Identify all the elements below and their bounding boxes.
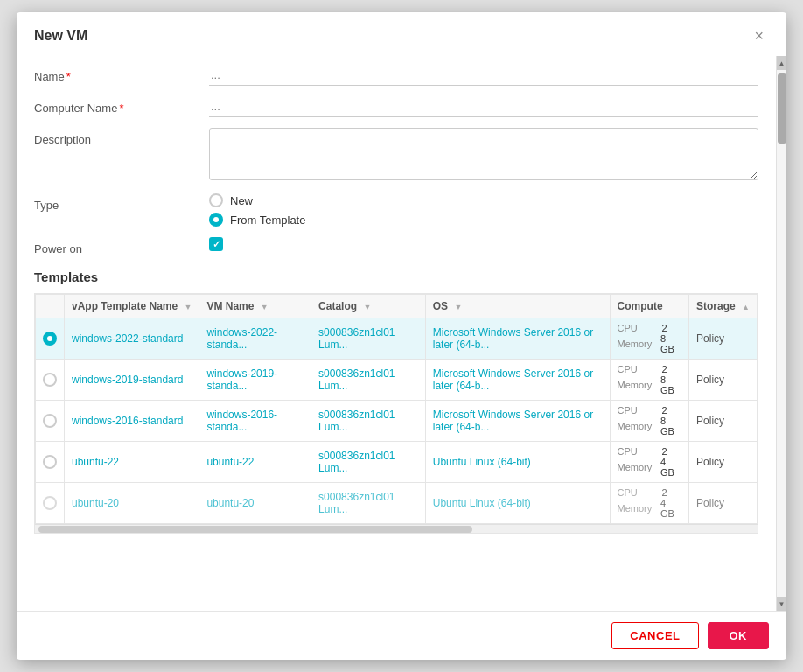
col-vm-name[interactable]: VM Name ▼ bbox=[199, 295, 311, 318]
scroll-thumb[interactable] bbox=[778, 74, 786, 144]
cpu-label: CPU bbox=[618, 364, 657, 374]
memory-value: 8 GB bbox=[660, 333, 681, 354]
dialog-title: New VM bbox=[34, 28, 87, 44]
memory-value: 8 GB bbox=[660, 416, 681, 437]
type-option-from-template[interactable]: From Template bbox=[209, 213, 758, 227]
row-vapp-template-name: ubuntu-22 bbox=[65, 442, 199, 483]
row-vapp-template-name: ubuntu-20 bbox=[65, 483, 199, 524]
os-link[interactable]: Ubuntu Linux (64-bit) bbox=[433, 497, 531, 509]
sort-icon-storage: ▲ bbox=[742, 303, 750, 312]
computer-name-input[interactable] bbox=[209, 96, 758, 117]
row-vm-name: ubuntu-22 bbox=[199, 442, 311, 483]
sort-icon-catalog: ▼ bbox=[363, 303, 371, 312]
row-vm-name: windows-2022-standa... bbox=[199, 318, 311, 360]
row-storage: Policy bbox=[689, 483, 758, 524]
row-select-cell bbox=[36, 318, 65, 360]
row-select-cell bbox=[36, 401, 65, 442]
catalog-link[interactable]: s000836zn1cl01 Lum... bbox=[318, 326, 395, 351]
cpu-label: CPU bbox=[618, 446, 657, 457]
vapp-name-link[interactable]: ubuntu-20 bbox=[72, 497, 119, 509]
memory-value: 8 GB bbox=[660, 374, 681, 396]
type-from-template-label: From Template bbox=[230, 214, 305, 227]
row-os: Microsoft Windows Server 2016 or later (… bbox=[425, 360, 610, 401]
row-radio-icon[interactable] bbox=[43, 332, 57, 346]
row-os: Microsoft Windows Server 2016 or later (… bbox=[425, 318, 610, 360]
row-os: Microsoft Windows Server 2016 or later (… bbox=[425, 401, 610, 442]
row-select-cell bbox=[36, 442, 65, 483]
row-select-cell bbox=[36, 360, 65, 401]
row-vm-name: windows-2019-standa... bbox=[199, 360, 311, 401]
vm-name-link[interactable]: ubuntu-20 bbox=[206, 497, 254, 509]
vapp-name-link[interactable]: windows-2022-standard bbox=[72, 332, 183, 345]
memory-label: Memory bbox=[618, 503, 655, 514]
memory-label: Memory bbox=[618, 421, 655, 431]
row-radio-icon[interactable] bbox=[43, 455, 57, 469]
description-input[interactable] bbox=[209, 128, 758, 180]
memory-label: Memory bbox=[618, 339, 655, 349]
os-link[interactable]: Microsoft Windows Server 2016 or later (… bbox=[433, 368, 593, 392]
row-catalog: s000836zn1cl01 Lum... bbox=[311, 442, 426, 483]
vapp-name-link[interactable]: windows-2016-standard bbox=[72, 415, 183, 427]
os-link[interactable]: Microsoft Windows Server 2016 or later (… bbox=[433, 326, 593, 351]
os-link[interactable]: Microsoft Windows Server 2016 or later (… bbox=[433, 409, 593, 433]
col-catalog[interactable]: Catalog ▼ bbox=[311, 295, 426, 318]
col-os[interactable]: OS ▼ bbox=[425, 295, 610, 318]
sort-icon-vmname: ▼ bbox=[261, 303, 269, 312]
memory-label: Memory bbox=[618, 380, 655, 390]
templates-table-wrapper: vApp Template Name ▼ VM Name ▼ Catalog ▼… bbox=[34, 293, 758, 534]
new-vm-dialog: New VM × Name* Computer Name* bbox=[17, 12, 786, 660]
vapp-name-link[interactable]: ubuntu-22 bbox=[72, 456, 119, 468]
close-button[interactable]: × bbox=[749, 26, 769, 46]
scroll-down-button[interactable]: ▼ bbox=[777, 597, 787, 611]
table-row[interactable]: ubuntu-20ubuntu-20s000836zn1cl01 Lum...U… bbox=[36, 483, 758, 524]
table-row[interactable]: windows-2022-standardwindows-2022-standa… bbox=[36, 318, 758, 360]
row-vapp-template-name: windows-2022-standard bbox=[65, 318, 199, 360]
row-radio-icon[interactable] bbox=[43, 414, 57, 428]
cpu-label: CPU bbox=[618, 405, 657, 416]
catalog-link[interactable]: s000836zn1cl01 Lum... bbox=[318, 409, 395, 433]
power-on-row: Power on bbox=[34, 237, 758, 256]
row-compute: CPU 2 Memory 8 GB bbox=[610, 318, 688, 360]
catalog-link[interactable]: s000836zn1cl01 Lum... bbox=[318, 368, 395, 392]
cancel-button[interactable]: CANCEL bbox=[611, 622, 698, 649]
row-vm-name: ubuntu-20 bbox=[199, 483, 311, 524]
col-storage[interactable]: Storage ▲ bbox=[689, 295, 758, 318]
cpu-value: 2 bbox=[662, 405, 667, 416]
vertical-scrollbar[interactable]: ▲ ▼ bbox=[776, 56, 786, 611]
scroll-up-button[interactable]: ▲ bbox=[777, 56, 787, 70]
row-vapp-template-name: windows-2016-standard bbox=[65, 401, 199, 442]
name-input[interactable] bbox=[209, 65, 758, 86]
templates-section-title: Templates bbox=[34, 270, 758, 284]
row-radio-icon[interactable] bbox=[43, 496, 57, 510]
row-os: Ubuntu Linux (64-bit) bbox=[425, 483, 610, 524]
vm-name-link[interactable]: windows-2016-standa... bbox=[206, 409, 277, 433]
horizontal-scrollbar[interactable] bbox=[35, 524, 758, 533]
templates-table-scroll[interactable]: vApp Template Name ▼ VM Name ▼ Catalog ▼… bbox=[35, 294, 758, 524]
row-storage: Policy bbox=[689, 318, 758, 360]
table-row[interactable]: windows-2016-standardwindows-2016-standa… bbox=[36, 401, 758, 442]
table-row[interactable]: ubuntu-22ubuntu-22s000836zn1cl01 Lum...U… bbox=[36, 442, 758, 483]
description-row: Description bbox=[34, 128, 758, 183]
vm-name-link[interactable]: windows-2019-standa... bbox=[206, 368, 277, 392]
row-radio-icon[interactable] bbox=[43, 373, 57, 387]
catalog-link[interactable]: s000836zn1cl01 Lum... bbox=[318, 450, 395, 474]
power-on-label: Power on bbox=[34, 237, 209, 256]
catalog-link[interactable]: s000836zn1cl01 Lum... bbox=[318, 491, 395, 515]
description-control bbox=[209, 128, 758, 183]
col-vapp-template-name[interactable]: vApp Template Name ▼ bbox=[65, 295, 199, 318]
vm-name-link[interactable]: windows-2022-standa... bbox=[206, 326, 277, 351]
ok-button[interactable]: OK bbox=[708, 622, 770, 649]
memory-value: 4 GB bbox=[660, 498, 681, 519]
type-option-new[interactable]: New bbox=[209, 193, 758, 207]
row-storage: Policy bbox=[689, 360, 758, 401]
row-catalog: s000836zn1cl01 Lum... bbox=[311, 360, 426, 401]
os-link[interactable]: Ubuntu Linux (64-bit) bbox=[433, 456, 531, 468]
type-label: Type bbox=[34, 193, 209, 212]
name-control bbox=[209, 65, 758, 86]
h-scroll-thumb bbox=[38, 526, 472, 533]
table-row[interactable]: windows-2019-standardwindows-2019-standa… bbox=[36, 360, 758, 401]
power-on-checkbox[interactable] bbox=[209, 237, 223, 251]
vm-name-link[interactable]: ubuntu-22 bbox=[206, 456, 254, 468]
row-select-cell bbox=[36, 483, 65, 524]
vapp-name-link[interactable]: windows-2019-standard bbox=[72, 374, 183, 386]
